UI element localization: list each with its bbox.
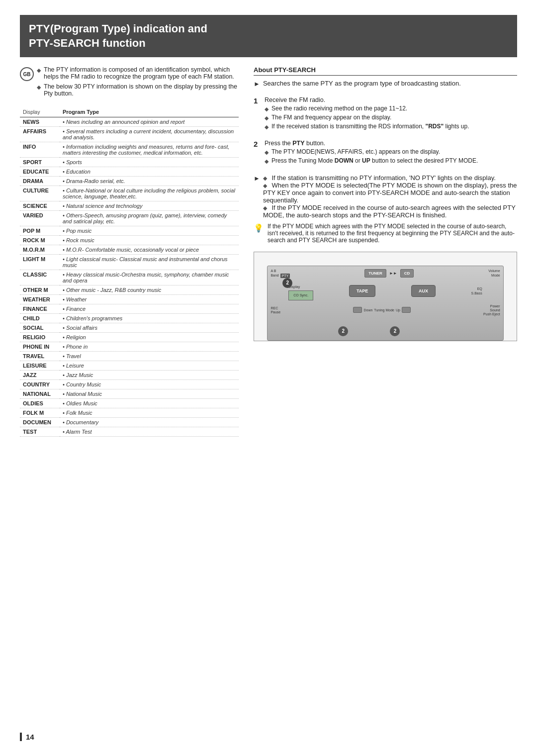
type-cell: • Religion	[60, 333, 239, 342]
display-cell: NEWS	[20, 117, 60, 127]
table-row: NEWS• News including an announced opinio…	[20, 117, 239, 127]
table-row: SPORT• Sports	[20, 158, 239, 167]
bullet-icon: ◆	[263, 205, 267, 211]
step-1-bullet-1: ◆ See the radio receiving method on the …	[265, 105, 517, 112]
right-column: About PTY-SEARCH ► Searches the same PTY…	[254, 66, 517, 442]
display-cell: PHONE IN	[20, 342, 60, 352]
step-num-circle-2b: 2	[390, 326, 400, 336]
intro-section: GB ◆ The PTY information is composed of …	[20, 66, 239, 100]
type-cell: • Children's programmes	[60, 314, 239, 323]
left-column: GB ◆ The PTY information is composed of …	[20, 66, 239, 442]
about-pty-title: About PTY-SEARCH	[254, 66, 517, 76]
type-cell: • Country Music	[60, 380, 239, 389]
page-header: PTY(Program Type) indication and PTY-SEA…	[20, 15, 517, 57]
display-cell: CLASSIC	[20, 270, 60, 285]
type-cell: • M.O.R- Comfortable music, occasionally…	[60, 245, 239, 255]
table-row: CLASSIC• Heavy classical music-Orchestra…	[20, 270, 239, 285]
bullet-diamond-icon: ◆	[37, 67, 41, 74]
step-2-content: Press the PTY button. ◆ The PTY MODE(NEW…	[265, 140, 517, 166]
display-cell: ROCK M	[20, 236, 60, 245]
about-pty-section: About PTY-SEARCH ► Searches the same PTY…	[254, 66, 517, 88]
type-cell: • Alarm Test	[60, 427, 239, 437]
step-num-circle-2a: 2	[338, 326, 348, 336]
sound-label: Sound	[490, 308, 500, 312]
device-top-row: A B Band PTY TUNER ►► CD Volume Mode	[270, 269, 500, 278]
type-cell: • Heavy classical music-Orchestra music,…	[60, 270, 239, 285]
table-row: POP M• Pop music	[20, 226, 239, 236]
step-2-bullet-2: ◆ Press the Tuning Mode DOWN or UP butto…	[265, 157, 517, 165]
bullet-icon: ◆	[263, 175, 267, 181]
display-cell: EDUCATE	[20, 167, 60, 177]
table-row: WEATHER• Weather	[20, 295, 239, 304]
rec-label: REC	[270, 306, 280, 310]
display-cell: JAZZ	[20, 371, 60, 380]
type-cell: • Rock music	[60, 236, 239, 245]
device-band-pty: Band PTY	[270, 274, 290, 278]
type-cell: • National Music	[60, 389, 239, 399]
tuner-btn[interactable]: TUNER	[364, 269, 386, 278]
display-cell: POP M	[20, 226, 60, 236]
type-cell: • Pop music	[60, 226, 239, 236]
type-cell: • Others-Speech, amusing program (quiz, …	[60, 211, 239, 226]
table-row: DRAMA• Drama-Radio serial, etc.	[20, 177, 239, 186]
table-row: OLDIES• Oldies Music	[20, 399, 239, 408]
display-cell: AFFAIRS	[20, 127, 60, 142]
step-num-circle-1: 2	[282, 278, 292, 288]
aux-btn[interactable]: AUX	[411, 285, 436, 297]
table-row: TRAVEL• Travel	[20, 352, 239, 361]
display-cell: LEISURE	[20, 361, 60, 371]
display-screen: CO Sync.	[288, 290, 313, 300]
display-cell: M.O.R.M	[20, 245, 60, 255]
arrow-note-1: ► ◆ If the station is transmitting no PT…	[254, 174, 517, 219]
display-cell: WEATHER	[20, 295, 60, 304]
tape-btn[interactable]: TAPE	[349, 285, 375, 297]
display-cell: COUNTRY	[20, 380, 60, 389]
display-cell: INFO	[20, 142, 60, 158]
display-cell: OLDIES	[20, 399, 60, 408]
type-cell: • Other music - Jazz, R&B country music	[60, 285, 239, 295]
step-1-main: Receive the FM radio.	[265, 96, 517, 103]
table-row: SOCIAL• Social affairs	[20, 323, 239, 333]
table-row: FOLK M• Folk Music	[20, 408, 239, 418]
type-cell: • Culture-National or local culture incl…	[60, 186, 239, 201]
step-1-bullet-2: ◆ The FM and frequency appear on the dis…	[265, 114, 517, 121]
table-row: INFO• Information including weights and …	[20, 142, 239, 158]
eq-label: EQ	[471, 287, 482, 290]
pty-table: Display Program Type NEWS• News includin…	[20, 107, 239, 437]
tuning-label: Tuning Mode	[374, 308, 394, 312]
arrow-icon: ►►	[389, 271, 397, 276]
prev-btn[interactable]	[353, 307, 362, 313]
pty-btn[interactable]: PTY	[280, 274, 290, 278]
device-left-panel: A B Band PTY	[270, 269, 290, 278]
arrow-icon: ►	[254, 175, 260, 182]
push-eject-label: Push Eject	[483, 312, 500, 316]
display-cell: NATIONAL	[20, 389, 60, 399]
type-cell: • Oldies Music	[60, 399, 239, 408]
power-push: Power Sound Push Eject	[483, 304, 500, 316]
table-row: TEST• Alarm Test	[20, 427, 239, 437]
about-pty-text: ► Searches the same PTY as the program t…	[254, 80, 517, 88]
volume-label: Volume	[488, 269, 500, 273]
table-row: LEISURE• Leisure	[20, 361, 239, 371]
up-label: Up	[396, 308, 400, 312]
cd-btn[interactable]: CD	[400, 269, 414, 278]
bullet-icon: ◆	[263, 183, 267, 189]
table-row: NATIONAL• National Music	[20, 389, 239, 399]
transport-controls: Down Tuning Mode Up	[353, 307, 410, 313]
step-1-number: 1	[254, 96, 265, 105]
note-section: 💡 If the PTY MODE which agrees with the …	[254, 223, 517, 244]
device-top-center: TUNER ►► CD	[364, 269, 414, 278]
table-row: SCIENCE• Natural science and technology	[20, 201, 239, 211]
device-image: A B Band PTY TUNER ►► CD Volume Mode	[254, 252, 517, 341]
display-cell: VARIED	[20, 211, 60, 226]
col-program-header: Program Type	[60, 107, 239, 117]
pause-label: Pause	[270, 310, 280, 314]
step-1-section: 1 Receive the FM radio. ◆ See the radio …	[254, 96, 517, 132]
device-mid-row: Display CO Sync. 2 TAPE AUX EQ S.Bass	[270, 282, 500, 300]
type-cell: • Travel	[60, 352, 239, 361]
step-2-row: 2 Press the PTY button. ◆ The PTY MODE(N…	[254, 140, 517, 166]
type-cell: • Information including weights and meas…	[60, 142, 239, 158]
next-btn[interactable]	[402, 307, 411, 313]
bullet-icon: ◆	[265, 149, 268, 156]
type-cell: • Weather	[60, 295, 239, 304]
